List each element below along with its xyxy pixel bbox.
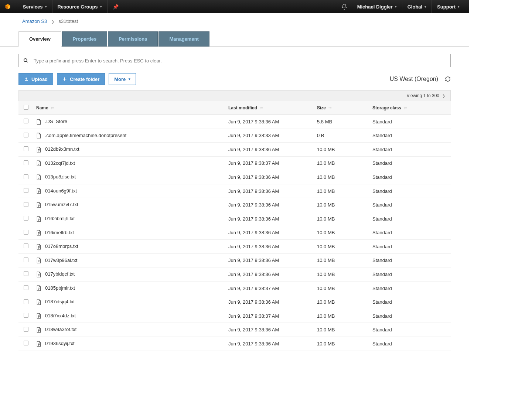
object-name[interactable]: 017w3p96al.txt: [45, 258, 77, 263]
chevron-right-icon[interactable]: ❯: [442, 94, 445, 98]
tab-properties[interactable]: Properties: [62, 31, 107, 47]
table-row[interactable]: 018i7vx4dz.txtJun 9, 2017 9:38:37 AM10.0…: [18, 309, 451, 323]
table-row[interactable]: 017w3p96al.txtJun 9, 2017 9:38:36 AM10.0…: [18, 253, 451, 267]
table-row[interactable]: 0162ibmljh.txtJun 9, 2017 9:38:36 AM10.0…: [18, 212, 451, 226]
object-name[interactable]: 013pu8zlsc.txt: [45, 174, 76, 180]
table-row[interactable]: 0187ctsjq4.txtJun 9, 2017 9:38:36 AM10.0…: [18, 295, 451, 309]
row-checkbox[interactable]: [24, 285, 28, 290]
row-checkbox[interactable]: [24, 119, 28, 123]
table-row[interactable]: 017ybidqcf.txtJun 9, 2017 9:38:36 AM10.0…: [18, 267, 451, 282]
tab-management[interactable]: Management: [158, 31, 209, 47]
chevron-right-icon: ❯: [51, 20, 54, 24]
search-box[interactable]: [18, 54, 451, 67]
col-storage[interactable]: Storage class↑≡: [369, 101, 451, 115]
object-name[interactable]: 016imelfrb.txt: [45, 230, 74, 235]
table-row[interactable]: 012db9x3mn.txtJun 9, 2017 9:38:36 AM10.0…: [18, 143, 451, 157]
row-checkbox[interactable]: [24, 313, 28, 318]
table-row[interactable]: 0185pbjmlr.txtJun 9, 2017 9:38:37 AM10.0…: [18, 281, 451, 295]
object-name[interactable]: 017ybidqcf.txt: [45, 271, 75, 277]
row-checkbox[interactable]: [24, 133, 28, 137]
document-icon: [36, 341, 41, 347]
nav-support[interactable]: Support▾: [432, 0, 465, 13]
cell-modified: Jun 9, 2017 9:38:37 AM: [225, 309, 314, 323]
tab-permissions[interactable]: Permissions: [108, 31, 158, 47]
more-button[interactable]: More ▾: [109, 73, 136, 85]
object-name[interactable]: 018i7vx4dz.txt: [45, 313, 76, 318]
cell-storage: Standard: [369, 323, 451, 337]
object-name[interactable]: 015wumzvl7.txt: [45, 202, 78, 207]
document-icon: [36, 258, 41, 263]
cell-storage: Standard: [369, 281, 451, 295]
cell-modified: Jun 9, 2017 9:38:36 AM: [225, 295, 314, 309]
table-row[interactable]: .com.apple.timemachine.donotpresentJun 9…: [18, 129, 451, 143]
object-name[interactable]: .DS_Store: [45, 119, 67, 124]
row-checkbox[interactable]: [24, 243, 28, 248]
nav-services[interactable]: Services▾: [18, 0, 52, 13]
table-row[interactable]: 013pu8zlsc.txtJun 9, 2017 9:38:36 AM10.0…: [18, 170, 451, 184]
object-name[interactable]: .com.apple.timemachine.donotpresent: [45, 133, 126, 138]
file-icon: [36, 133, 41, 139]
row-checkbox[interactable]: [24, 230, 28, 235]
cell-modified: Jun 9, 2017 9:38:36 AM: [225, 115, 314, 129]
table-row[interactable]: 014oun6g9f.txtJun 9, 2017 9:38:36 AM10.0…: [18, 184, 451, 198]
document-icon: [36, 174, 41, 180]
table-row[interactable]: 018w9a3rot.txtJun 9, 2017 9:38:36 AM10.0…: [18, 323, 451, 337]
object-name[interactable]: 0132cqt7jd.txt: [45, 160, 75, 166]
cell-modified: Jun 9, 2017 9:38:36 AM: [225, 170, 314, 184]
nav-resource-groups[interactable]: Resource Groups▾: [52, 0, 107, 13]
sort-icon: ↑≡: [259, 106, 263, 110]
col-size[interactable]: Size↑≡: [314, 101, 369, 115]
row-checkbox[interactable]: [24, 271, 28, 276]
document-icon: [36, 327, 41, 333]
aws-logo-icon[interactable]: [4, 3, 11, 10]
object-name[interactable]: 01936sqyij.txt: [45, 341, 75, 346]
row-checkbox[interactable]: [24, 299, 28, 304]
table-row[interactable]: 0132cqt7jd.txtJun 9, 2017 9:38:37 AM10.0…: [18, 156, 451, 170]
object-name[interactable]: 012db9x3mn.txt: [45, 146, 79, 152]
object-name[interactable]: 0185pbjmlr.txt: [45, 285, 75, 291]
object-name[interactable]: 0162ibmljh.txt: [45, 216, 75, 221]
object-name[interactable]: 018w9a3rot.txt: [45, 327, 76, 332]
row-checkbox[interactable]: [24, 327, 28, 332]
svg-rect-7: [63, 79, 66, 79]
table-row[interactable]: .DS_StoreJun 9, 2017 9:38:36 AM5.8 MBSta…: [18, 115, 451, 129]
row-checkbox[interactable]: [24, 341, 28, 345]
row-checkbox[interactable]: [24, 188, 28, 193]
col-modified[interactable]: Last modified↑≡: [225, 101, 314, 115]
col-name[interactable]: Name↑≡: [33, 101, 225, 115]
cell-size: 10.0 MB: [314, 143, 369, 157]
row-checkbox[interactable]: [24, 258, 28, 262]
cell-storage: Standard: [369, 295, 451, 309]
breadcrumb-root[interactable]: Amazon S3: [22, 18, 47, 24]
document-icon: [36, 272, 41, 277]
table-row[interactable]: 01936sqyij.txtJun 9, 2017 9:38:36 AM10.0…: [18, 337, 451, 351]
table-row[interactable]: 015wumzvl7.txtJun 9, 2017 9:38:36 AM10.0…: [18, 198, 451, 212]
tab-overview[interactable]: Overview: [18, 31, 61, 47]
search-icon: [23, 58, 28, 63]
row-checkbox[interactable]: [24, 160, 28, 165]
select-all-checkbox[interactable]: [24, 105, 28, 110]
refresh-button[interactable]: [445, 76, 451, 82]
viewing-bar: Viewing 1 to 300 ❯: [18, 90, 451, 101]
nav-pin[interactable]: 📌: [107, 0, 124, 13]
row-checkbox[interactable]: [24, 146, 28, 151]
topbar: Services▾ Resource Groups▾ 📌 Michael Dig…: [0, 0, 469, 13]
cell-size: 10.0 MB: [314, 156, 369, 170]
table-row[interactable]: 017o8mbrps.txtJun 9, 2017 9:38:36 AM10.0…: [18, 240, 451, 254]
row-checkbox[interactable]: [24, 174, 28, 179]
cell-size: 10.0 MB: [314, 184, 369, 198]
row-checkbox[interactable]: [24, 202, 28, 207]
object-name[interactable]: 014oun6g9f.txt: [45, 188, 77, 194]
nav-user[interactable]: Michael Diggler▾: [352, 0, 402, 13]
object-name[interactable]: 017o8mbrps.txt: [45, 243, 78, 249]
table-row[interactable]: 016imelfrb.txtJun 9, 2017 9:38:36 AM10.0…: [18, 226, 451, 240]
row-checkbox[interactable]: [24, 216, 28, 221]
cell-modified: Jun 9, 2017 9:38:33 AM: [225, 129, 314, 143]
search-input[interactable]: [34, 58, 446, 64]
nav-region[interactable]: Global▾: [402, 0, 432, 13]
notifications-icon[interactable]: [341, 4, 347, 10]
upload-button[interactable]: Upload: [18, 73, 53, 85]
file-icon: [36, 119, 41, 125]
create-folder-button[interactable]: Create folder: [57, 73, 105, 85]
object-name[interactable]: 0187ctsjq4.txt: [45, 299, 75, 304]
